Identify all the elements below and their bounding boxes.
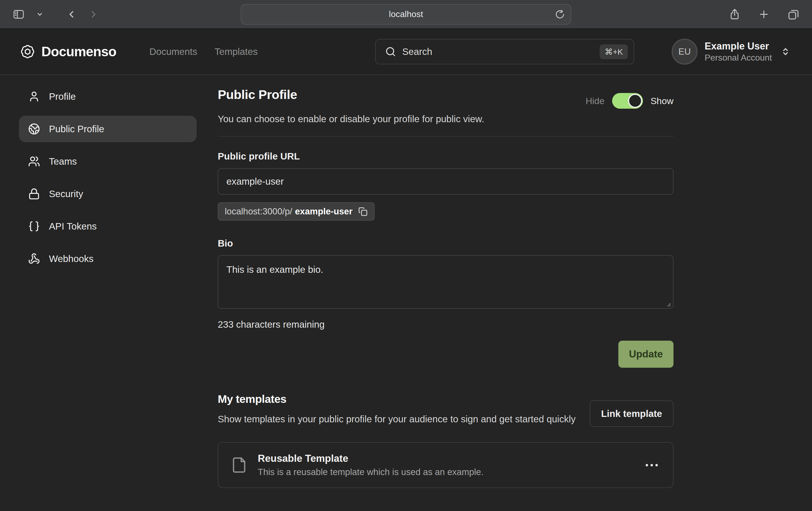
page-subtitle: You can choose to enable or disable your… (218, 114, 673, 124)
link-template-button[interactable]: Link template (590, 400, 673, 427)
back-icon[interactable] (64, 7, 79, 21)
users-icon (28, 155, 40, 168)
sidebar-item-api-tokens[interactable]: API Tokens (19, 213, 197, 240)
section-divider (218, 136, 673, 137)
template-description: This is a reusable template which is use… (258, 467, 484, 477)
sidebar-item-label: Public Profile (49, 124, 104, 134)
search-input[interactable] (402, 46, 594, 57)
avatar: EU (672, 39, 698, 65)
browser-chrome (0, 0, 812, 29)
address-bar[interactable] (241, 4, 571, 25)
search-shortcut-badge: ⌘+K (600, 44, 628, 59)
bio-textarea[interactable]: This is an example bio. (218, 255, 673, 309)
profile-url-slug: example-user (295, 206, 353, 216)
sidebar-item-label: Security (49, 188, 83, 199)
nav-documents[interactable]: Documents (149, 46, 197, 57)
copy-icon[interactable] (358, 207, 368, 216)
search-icon (385, 46, 396, 57)
sidebar-item-security[interactable]: Security (19, 181, 197, 207)
profile-url-prefix: localhost:3000/p/ (225, 206, 292, 216)
address-input[interactable] (241, 5, 571, 24)
sidebar-item-profile[interactable]: Profile (19, 83, 197, 110)
url-field-label: Public profile URL (218, 151, 673, 162)
user-icon (28, 91, 40, 102)
ellipsis-icon[interactable] (643, 461, 661, 469)
update-button[interactable]: Update (618, 341, 673, 368)
templates-section-title: My templates (218, 393, 576, 405)
settings-sidebar: Profile Public Profile Teams S (0, 75, 197, 488)
file-icon (231, 457, 248, 474)
sidebar-item-teams[interactable]: Teams (19, 148, 197, 175)
templates-section-description: Show templates in your public profile fo… (218, 412, 576, 426)
toggle-hide-label: Hide (586, 96, 605, 106)
globe-icon (28, 123, 40, 135)
profile-visibility-toggle-group: Hide Show (586, 93, 673, 109)
public-profile-url-input[interactable] (218, 168, 673, 195)
share-icon[interactable] (727, 7, 742, 22)
new-tab-plus-icon[interactable] (756, 7, 772, 22)
tab-overview-icon[interactable] (785, 6, 801, 22)
braces-icon (28, 220, 40, 232)
user-account-type: Personal Account (705, 52, 772, 63)
sidebar-dropdown-chevron-icon[interactable] (35, 9, 45, 20)
user-menu[interactable]: EU Example User Personal Account (672, 39, 791, 65)
webhook-icon (28, 253, 40, 265)
sidebar-item-label: Webhooks (49, 253, 94, 264)
reload-icon[interactable] (555, 9, 565, 19)
top-nav: Documents Templates (149, 46, 258, 57)
search-box[interactable]: ⌘+K (375, 39, 634, 64)
sidebar-item-label: API Tokens (49, 221, 96, 232)
lock-icon (28, 188, 40, 200)
sidebar-item-label: Profile (49, 91, 76, 102)
bio-field-label: Bio (218, 238, 673, 249)
page-title: Public Profile (218, 87, 297, 102)
user-name: Example User (705, 40, 772, 52)
template-name: Reusable Template (258, 453, 484, 464)
toggle-show-label: Show (650, 96, 673, 106)
app-header: Documenso Documents Templates ⌘+K EU Exa… (0, 29, 812, 75)
nav-templates[interactable]: Templates (214, 46, 258, 57)
brand-name: Documenso (41, 44, 116, 59)
visibility-switch[interactable] (612, 93, 643, 109)
sidebar-item-label: Teams (49, 156, 77, 167)
switch-knob (628, 94, 642, 108)
chevrons-up-down-icon (780, 46, 791, 57)
template-list-item: Reusable Template This is a reusable tem… (218, 442, 673, 488)
sidebar-item-public-profile[interactable]: Public Profile (19, 116, 197, 142)
documenso-logo-icon (20, 44, 35, 59)
sidebar-toggle-icon[interactable] (11, 6, 27, 22)
bio-char-count: 233 characters remaining (218, 319, 673, 330)
sidebar-item-webhooks[interactable]: Webhooks (19, 245, 197, 272)
brand[interactable]: Documenso (20, 44, 116, 59)
settings-content: Public Profile Hide Show You can choose … (218, 75, 673, 488)
profile-url-preview-chip[interactable]: localhost:3000/p/ example-user (218, 202, 375, 221)
